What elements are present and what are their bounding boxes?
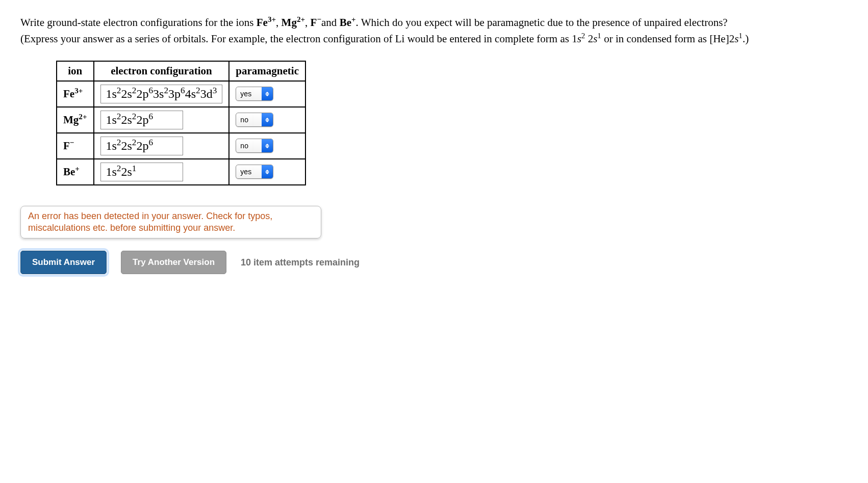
electron-config-input[interactable]: 1s22s1 (100, 163, 183, 181)
paramagnetic-select[interactable]: yes (236, 87, 273, 101)
ion-mg: Mg (282, 16, 297, 29)
config-cell: 1s22s1 (94, 159, 229, 185)
ion-f-charge: − (317, 15, 321, 23)
ion-fe-charge: 3+ (268, 15, 276, 23)
select-value: no (236, 139, 262, 152)
ion-be-charge: + (351, 15, 356, 23)
chevron-updown-icon (262, 139, 273, 152)
question-line1-pre: Write ground-state electron configuratio… (20, 16, 257, 29)
submit-answer-button[interactable]: Submit Answer (20, 251, 107, 274)
ion-f: F (311, 16, 317, 29)
select-value: no (236, 113, 262, 126)
col-paramagnetic: paramagnetic (229, 61, 305, 81)
paramagnetic-cell: yes (229, 159, 305, 185)
button-row: Submit Answer Try Another Version 10 ite… (20, 251, 848, 274)
question-line1-post: . Which do you expect will be paramagnet… (356, 16, 728, 29)
chevron-updown-icon (262, 165, 273, 178)
table-row: Mg2+1s22s22p6no (57, 107, 305, 133)
col-ion: ion (57, 61, 94, 81)
ion-mg-charge: 2+ (297, 15, 305, 23)
error-message: An error has been detected in your answe… (20, 206, 321, 239)
paramagnetic-select[interactable]: no (236, 113, 273, 127)
attempts-remaining: 10 item attempts remaining (241, 257, 360, 268)
answer-table: ion electron configuration paramagnetic … (56, 61, 306, 185)
ion-be: Be (340, 16, 351, 29)
col-config: electron configuration (94, 61, 229, 81)
try-another-version-button[interactable]: Try Another Version (121, 251, 226, 274)
ion-cell: F− (57, 133, 94, 159)
question-line2-mid: or in condensed form as [He]2 (604, 33, 734, 45)
ion-cell: Be+ (57, 159, 94, 185)
select-value: yes (236, 165, 262, 178)
table-row: Fe3+1s22s22p63s23p64s23d3yes (57, 81, 305, 107)
chevron-updown-icon (262, 87, 273, 100)
config-cell: 1s22s22p63s23p64s23d3 (94, 81, 229, 107)
paramagnetic-select[interactable]: no (236, 139, 273, 153)
electron-config-input[interactable]: 1s22s22p63s23p64s23d3 (100, 85, 223, 103)
ion-cell: Fe3+ (57, 81, 94, 107)
select-value: yes (236, 87, 262, 100)
paramagnetic-cell: yes (229, 81, 305, 107)
question-text: Write ground-state electron configuratio… (20, 15, 848, 46)
config-cell: 1s22s22p6 (94, 133, 229, 159)
table-row: F−1s22s22p6no (57, 133, 305, 159)
ion-cell: Mg2+ (57, 107, 94, 133)
paramagnetic-cell: no (229, 133, 305, 159)
question-line2-pre: (Express your answer as a series of orbi… (20, 33, 577, 45)
table-row: Be+1s22s1yes (57, 159, 305, 185)
config-cell: 1s22s22p6 (94, 107, 229, 133)
ion-fe: Fe (257, 16, 268, 29)
paramagnetic-cell: no (229, 107, 305, 133)
chevron-updown-icon (262, 113, 273, 126)
electron-config-input[interactable]: 1s22s22p6 (100, 137, 183, 155)
electron-config-input[interactable]: 1s22s22p6 (100, 111, 183, 129)
paramagnetic-select[interactable]: yes (236, 165, 273, 179)
